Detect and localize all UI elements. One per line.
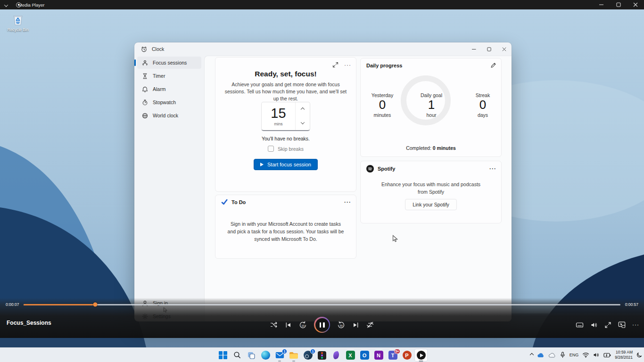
todo-check-icon	[221, 199, 228, 205]
restore-button[interactable]	[610, 0, 627, 9]
todo-more-button[interactable]: ···	[344, 200, 351, 204]
previous-track-button[interactable]	[285, 321, 292, 329]
taskbar: 1 1 X O N T 5+ P ENG	[0, 347, 644, 362]
window-title: Media Player	[18, 2, 44, 8]
fullscreen-button[interactable]	[604, 321, 611, 329]
file-explorer-icon	[289, 352, 298, 359]
powerpoint-icon: P	[403, 351, 412, 360]
seek-bar[interactable]	[24, 304, 620, 305]
sidebar-item-alarm[interactable]: Alarm	[137, 83, 201, 95]
breaks-note: You'll have no breaks.	[215, 136, 356, 141]
taskbar-steam[interactable]: 1	[301, 349, 314, 362]
mini-player-button[interactable]	[618, 321, 626, 328]
repeat-off-button[interactable]	[366, 321, 374, 329]
shuffle-button[interactable]	[270, 321, 278, 329]
weather-cloud-icon[interactable]	[548, 352, 556, 358]
link-spotify-button[interactable]: Link your Spotify	[405, 199, 457, 210]
sidebar-item-focus-sessions[interactable]: Focus sessions	[137, 57, 201, 69]
spotify-more-button[interactable]: ···	[489, 167, 496, 171]
seek-handle[interactable]	[93, 303, 98, 307]
chevron-down-icon[interactable]	[5, 0, 8, 9]
recycle-bin-icon	[3, 13, 33, 26]
app-close-button[interactable]	[496, 42, 512, 56]
todo-card: To Do ··· Sign in with your Microsoft Ac…	[215, 195, 356, 259]
focus-card-more-button[interactable]: ···	[344, 63, 351, 67]
onenote-icon: N	[374, 351, 383, 360]
taskbar-file-explorer[interactable]	[287, 349, 300, 362]
video-frame[interactable]: Recycle Bin Clock Focus sessions Timer	[0, 9, 644, 347]
decrease-minutes-button[interactable]	[296, 116, 310, 131]
taskbar-teams[interactable]: T 5+	[386, 349, 399, 362]
mouse-cursor	[392, 235, 398, 243]
skip-back-10-button[interactable]: 10	[299, 321, 307, 329]
media-title: Focus_Sessions	[7, 320, 51, 326]
minimize-button[interactable]	[593, 0, 610, 9]
media-player-titlebar: Media Player	[0, 0, 644, 9]
purple-app-icon	[333, 351, 339, 359]
selected-accent-bar	[134, 59, 136, 66]
taskbar-media-player[interactable]	[414, 349, 428, 362]
battery-icon[interactable]	[603, 353, 611, 358]
increase-minutes-button[interactable]	[296, 102, 310, 116]
taskbar-mail[interactable]: 1	[273, 349, 286, 362]
player-controls-overlay: 0:00:07 0:00:57 Focus_Sessions 10 30	[0, 298, 644, 338]
task-view-button[interactable]	[245, 349, 258, 362]
language-indicator[interactable]: ENG	[570, 353, 579, 357]
close-button[interactable]	[627, 0, 644, 9]
skip-breaks-checkbox[interactable]	[268, 146, 274, 152]
media-player-icon	[417, 351, 426, 360]
tray-clock[interactable]: 10:59 AM 9/28/2021	[615, 350, 633, 360]
clock-sidebar: Focus sessions Timer Alarm Stopwatch Wor…	[134, 56, 204, 321]
taskbar-edge[interactable]	[259, 349, 272, 362]
taskbar-powerpoint[interactable]: P	[400, 349, 413, 362]
skip-forward-30-button[interactable]: 30	[337, 321, 345, 329]
edge-icon	[261, 351, 270, 360]
cast-to-device-icon[interactable]	[576, 321, 584, 329]
clock-content-pane: ··· Ready, set, focus! Achieve your goal…	[204, 56, 512, 321]
app-minimize-button[interactable]	[466, 42, 481, 56]
onedrive-cloud-icon[interactable]	[537, 352, 545, 358]
next-track-button[interactable]	[352, 321, 359, 329]
spotify-icon	[366, 165, 374, 173]
player-more-button[interactable]: ···	[632, 321, 639, 328]
minutes-stepper: 15 mins	[261, 102, 310, 131]
elapsed-time: 0:00:07	[6, 302, 19, 307]
search-button[interactable]	[231, 349, 244, 362]
yesterday-stat: Yesterday 0 minutes	[363, 92, 401, 118]
pause-button[interactable]	[314, 317, 330, 333]
skip-breaks-label: Skip breaks	[278, 146, 304, 152]
tray-show-hidden-icons[interactable]	[530, 353, 533, 357]
spotify-body-text: Enhance your focus with music and podcas…	[380, 181, 482, 196]
stopwatch-icon	[142, 99, 148, 106]
excel-icon: X	[346, 351, 355, 360]
focus-title: Ready, set, focus!	[215, 70, 356, 78]
start-focus-session-button[interactable]: Start focus session	[254, 159, 318, 170]
taskbar-onenote[interactable]: N	[372, 349, 385, 362]
windows-logo-icon	[219, 351, 227, 360]
minutes-value[interactable]: 15	[271, 107, 286, 120]
remaining-time: 0:00:57	[625, 302, 638, 307]
teams-badge: 5+	[394, 349, 400, 354]
taskbar-figma[interactable]	[315, 349, 329, 362]
streak-stat: Streak 0 days	[465, 92, 500, 118]
volume-icon[interactable]	[590, 321, 598, 329]
do-not-disturb-moon-icon[interactable]	[636, 352, 642, 358]
start-button[interactable]	[216, 349, 230, 362]
microphone-icon[interactable]	[560, 352, 566, 358]
taskbar-excel[interactable]: X	[344, 349, 357, 362]
sidebar-item-stopwatch[interactable]: Stopwatch	[137, 96, 201, 108]
sidebar-item-timer[interactable]: Timer	[137, 70, 201, 82]
steam-badge: 1	[310, 349, 315, 354]
expand-focus-icon[interactable]	[332, 62, 339, 68]
wifi-icon[interactable]	[582, 352, 589, 358]
daily-progress-card: Daily progress Yesterday 0 minutes Daily…	[360, 58, 502, 157]
app-maximize-button[interactable]	[481, 42, 496, 56]
edit-goal-button[interactable]	[490, 62, 496, 68]
sidebar-item-world-clock[interactable]: World clock	[137, 109, 201, 122]
spotify-card: Spotify ··· Enhance your focus with musi…	[360, 161, 502, 223]
taskbar-outlook[interactable]: O	[358, 349, 371, 362]
todo-body-text: Sign in with your Microsoft Account to c…	[227, 221, 345, 243]
volume-tray-icon[interactable]	[593, 352, 600, 358]
taskbar-purple-app[interactable]	[330, 349, 343, 362]
recycle-bin-shortcut[interactable]: Recycle Bin	[3, 13, 33, 32]
